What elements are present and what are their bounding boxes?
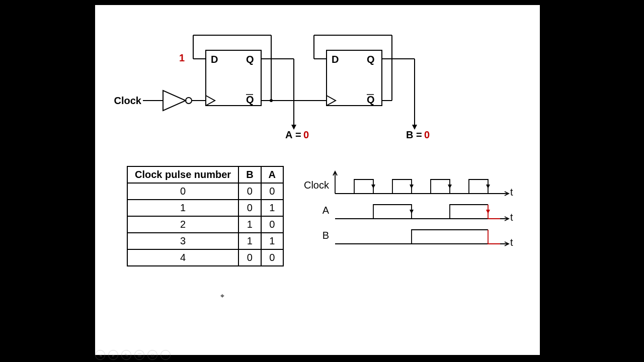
- col-a: A: [261, 166, 283, 183]
- cursor-icon: ⌖: [220, 292, 224, 300]
- table-row: 400: [127, 249, 283, 266]
- time-axis-label-2: t: [510, 212, 513, 223]
- output-b-value: 0: [424, 129, 430, 140]
- time-axis-label-1: t: [510, 187, 513, 198]
- ff2-clock-edge-icon: [327, 96, 336, 106]
- time-axis-label-3: t: [510, 237, 513, 248]
- ff1-d-label: D: [211, 54, 218, 65]
- d-input-value: 1: [179, 52, 185, 63]
- clock-label: Clock: [114, 95, 142, 106]
- stage: Clock 1 D Q Q D Q Q A = 0 B = 0 Clock pu…: [0, 0, 644, 362]
- more-button[interactable]: ⋯: [160, 350, 171, 360]
- output-a-eq: =: [295, 129, 301, 140]
- a-waveform-active: [488, 205, 500, 219]
- signal-label-clock: Clock: [304, 179, 330, 191]
- inverter-icon: [163, 90, 186, 111]
- next-slide-button[interactable]: ▸: [108, 350, 118, 360]
- presenter-controls: ◂ ▸ ✎ ☰ ⊙ ⋯: [95, 350, 171, 360]
- state-table: Clock pulse number B A 000 101 210 311 4…: [127, 166, 284, 266]
- ff2-d-label: D: [332, 54, 339, 65]
- timing-diagram: Clock A B t t t: [299, 163, 525, 264]
- slide-canvas: Clock 1 D Q Q D Q Q A = 0 B = 0 Clock pu…: [95, 5, 540, 355]
- output-b-eq: =: [416, 129, 422, 140]
- zoom-button[interactable]: ⊙: [147, 350, 157, 360]
- notes-button[interactable]: ☰: [134, 350, 144, 360]
- output-a-name: A: [285, 129, 292, 140]
- output-a-value: 0: [303, 129, 309, 140]
- col-clock-pulse: Clock pulse number: [127, 166, 238, 183]
- table-row: 210: [127, 216, 283, 233]
- signal-label-a: A: [323, 205, 330, 216]
- ff1-q-label: Q: [246, 54, 254, 65]
- table-row: 101: [127, 200, 283, 216]
- b-waveform-active: [488, 230, 500, 244]
- prev-slide-button[interactable]: ◂: [95, 350, 105, 360]
- table-row: 311: [127, 233, 283, 249]
- ff2-q-label: Q: [367, 54, 375, 65]
- signal-label-b: B: [323, 230, 329, 241]
- b-waveform: [335, 230, 488, 244]
- output-b-name: B: [406, 129, 413, 140]
- ink-button[interactable]: ✎: [121, 350, 131, 360]
- circuit-diagram: Clock 1 D Q Q D Q Q A = 0 B = 0: [95, 5, 540, 156]
- col-b: B: [238, 166, 261, 183]
- ff1-clock-edge-icon: [206, 96, 215, 106]
- table-row: 000: [127, 183, 283, 200]
- table-header-row: Clock pulse number B A: [127, 166, 283, 183]
- ff1-qbar-label: Q: [246, 94, 254, 105]
- ff2-qbar-label: Q: [367, 94, 375, 105]
- active-edge-arrow-icon: [486, 210, 490, 214]
